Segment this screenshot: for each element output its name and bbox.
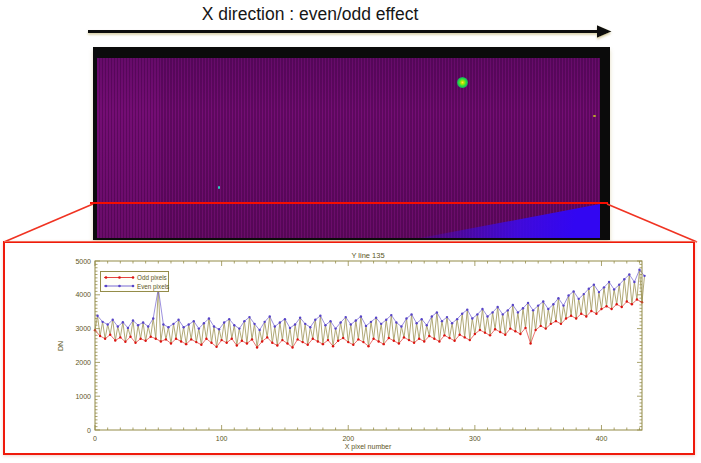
x-direction-arrow-icon: [88, 25, 612, 38]
data-series-layer: [94, 269, 646, 349]
svg-text:1000: 1000: [75, 393, 91, 400]
y-axis-label: DN: [57, 341, 64, 351]
svg-text:300: 300: [469, 435, 481, 442]
zoom-callout-right-line: [607, 204, 697, 242]
figure-canvas: { "header": { "title": "X direction : ev…: [0, 0, 701, 463]
figure-overlay: Y line 135 01002003004000100020003000400…: [0, 0, 701, 463]
legend-box: Odd pixels Even pixels: [101, 272, 170, 292]
svg-text:4000: 4000: [75, 291, 91, 298]
line-chart: Y line 135 01002003004000100020003000400…: [57, 251, 646, 451]
svg-text:3000: 3000: [75, 325, 91, 332]
svg-text:2000: 2000: [75, 359, 91, 366]
svg-text:200: 200: [342, 435, 354, 442]
chart-title: Y line 135: [351, 251, 384, 260]
svg-text:400: 400: [596, 435, 608, 442]
x-axis-label: X pixel number: [345, 443, 392, 451]
legend-entry-odd: Odd pixels: [137, 274, 167, 282]
svg-text:0: 0: [87, 427, 91, 434]
zoom-callout-left-line: [4, 204, 93, 242]
legend-entry-even: Even pixels: [137, 283, 169, 291]
svg-text:100: 100: [216, 435, 228, 442]
svg-text:0: 0: [93, 435, 97, 442]
svg-text:5000: 5000: [75, 258, 91, 265]
